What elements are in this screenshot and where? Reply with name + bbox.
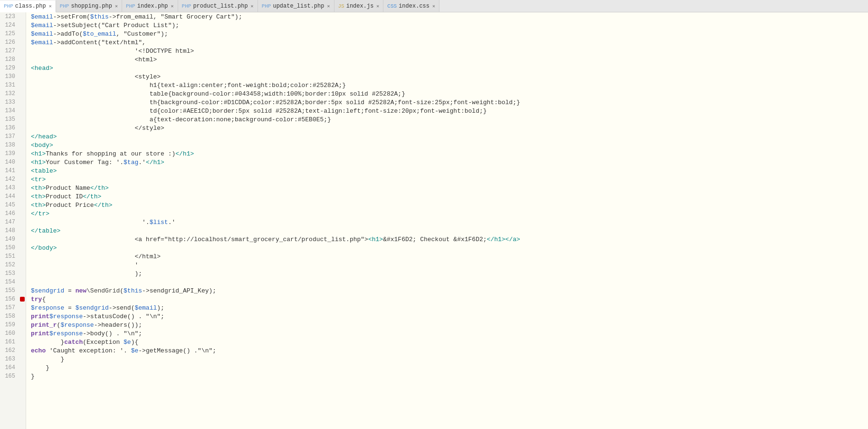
tab-icon: PHP bbox=[262, 3, 271, 9]
gutter-row: 151 bbox=[0, 252, 26, 261]
gutter-row: 162 bbox=[0, 346, 26, 355]
breakpoint-marker bbox=[20, 297, 25, 302]
line-number: 144 bbox=[0, 193, 19, 200]
gutter-row: 145 bbox=[0, 201, 26, 209]
line-number: 125 bbox=[0, 30, 19, 37]
code-area[interactable]: $email->setFrom($this->from_email, "Smar… bbox=[26, 12, 868, 429]
gutter-row: 124 bbox=[0, 21, 26, 29]
gutter-row: 135 bbox=[0, 115, 26, 124]
gutter-row: 128 bbox=[0, 55, 26, 64]
editor-container: 1231241251261271281291301311321331341351… bbox=[0, 12, 868, 429]
line-number: 142 bbox=[0, 176, 19, 183]
tab-class_php[interactable]: PHPclass.php✕ bbox=[0, 0, 56, 12]
line-number: 134 bbox=[0, 107, 19, 114]
tab-close-btn[interactable]: ✕ bbox=[432, 3, 435, 9]
gutter-row: 131 bbox=[0, 81, 26, 89]
gutter-row: 165 bbox=[0, 372, 26, 380]
line-number: 165 bbox=[0, 373, 19, 380]
tab-close-btn[interactable]: ✕ bbox=[115, 3, 118, 9]
line-number: 158 bbox=[0, 313, 19, 320]
gutter-row: 144 bbox=[0, 192, 26, 201]
tab-product_list_php[interactable]: PHPproduct_list.php✕ bbox=[178, 0, 258, 12]
gutter-row: 142 bbox=[0, 175, 26, 184]
tab-icon: PHP bbox=[182, 3, 191, 9]
line-number: 163 bbox=[0, 356, 19, 362]
code-line: <th>Product ID</th> bbox=[26, 192, 868, 201]
gutter-row: 155 bbox=[0, 286, 26, 295]
code-line: <th>Product Price</th> bbox=[26, 201, 868, 209]
line-number: 148 bbox=[0, 227, 19, 234]
line-number: 137 bbox=[0, 133, 19, 140]
gutter-row: 163 bbox=[0, 355, 26, 363]
gutter-row: 148 bbox=[0, 226, 26, 235]
line-number: 157 bbox=[0, 304, 19, 311]
line-number: 128 bbox=[0, 56, 19, 63]
gutter-row: 139 bbox=[0, 149, 26, 158]
code-line: print $response->body() . "\n"; bbox=[26, 329, 868, 338]
line-number: 154 bbox=[0, 279, 19, 285]
tab-icon: CSS bbox=[387, 3, 397, 9]
tab-shopping_php[interactable]: PHPshopping.php✕ bbox=[56, 0, 122, 12]
code-line bbox=[26, 278, 868, 286]
line-number: 150 bbox=[0, 244, 19, 251]
gutter-row: 137 bbox=[0, 132, 26, 141]
code-line: echo 'Caught exception: '. $e->getMessag… bbox=[26, 346, 868, 355]
code-line: </head> bbox=[26, 132, 868, 141]
tab-index_js[interactable]: JSindex.js✕ bbox=[334, 0, 384, 12]
line-number: 135 bbox=[0, 116, 19, 123]
breakpoint-col bbox=[19, 297, 26, 302]
tab-label: index.php bbox=[137, 3, 168, 10]
code-line: ' bbox=[26, 261, 868, 269]
tab-index_css[interactable]: CSSindex.css✕ bbox=[383, 0, 439, 12]
line-number: 164 bbox=[0, 364, 19, 371]
line-number: 136 bbox=[0, 125, 19, 131]
gutter-row: 134 bbox=[0, 107, 26, 115]
tab-close-btn[interactable]: ✕ bbox=[49, 3, 52, 9]
code-line: print $response->statusCode() . "\n"; bbox=[26, 312, 868, 321]
tab-label: class.php bbox=[15, 3, 46, 10]
line-number: 132 bbox=[0, 90, 19, 97]
line-number: 143 bbox=[0, 185, 19, 191]
line-number: 151 bbox=[0, 253, 19, 260]
tab-label: shopping.php bbox=[71, 3, 112, 10]
line-number: 161 bbox=[0, 339, 19, 345]
code-line: '<!DOCTYPE html> bbox=[26, 47, 868, 55]
gutter-row: 123 bbox=[0, 12, 26, 21]
gutter-row: 140 bbox=[0, 158, 26, 166]
code-line: $response = $sendgrid->send($email); bbox=[26, 303, 868, 312]
code-line: <h1>Thanks for shopping at our store :)<… bbox=[26, 149, 868, 158]
code-line: } bbox=[26, 355, 868, 363]
line-number: 139 bbox=[0, 150, 19, 157]
tab-icon: JS bbox=[338, 3, 344, 9]
tab-index_php[interactable]: PHPindex.php✕ bbox=[122, 0, 178, 12]
line-number: 127 bbox=[0, 48, 19, 54]
line-number: 146 bbox=[0, 210, 19, 217]
code-line: h1{text-align:center;font-weight:bold;co… bbox=[26, 81, 868, 89]
line-number: 130 bbox=[0, 73, 19, 80]
gutter-row: 159 bbox=[0, 321, 26, 329]
line-number: 133 bbox=[0, 99, 19, 106]
tab-close-btn[interactable]: ✕ bbox=[251, 3, 254, 9]
gutter-row: 143 bbox=[0, 184, 26, 192]
code-line: <a href="http://localhost/smart_grocery_… bbox=[26, 235, 868, 244]
tab-close-btn[interactable]: ✕ bbox=[171, 3, 174, 9]
tab-close-btn[interactable]: ✕ bbox=[376, 3, 379, 9]
line-number: 155 bbox=[0, 287, 19, 294]
gutter-row: 157 bbox=[0, 303, 26, 312]
line-number: 152 bbox=[0, 262, 19, 268]
gutter-row: 141 bbox=[0, 166, 26, 175]
line-number: 131 bbox=[0, 82, 19, 88]
gutter-row: 153 bbox=[0, 269, 26, 278]
code-line: </html> bbox=[26, 252, 868, 261]
code-line: }catch(Exception $e){ bbox=[26, 338, 868, 346]
gutter-row: 152 bbox=[0, 261, 26, 269]
tab-close-btn[interactable]: ✕ bbox=[327, 3, 330, 9]
tab-label: index.css bbox=[399, 3, 429, 10]
line-number: 162 bbox=[0, 347, 19, 354]
code-line: $email->setFrom($this->from_email, "Smar… bbox=[26, 12, 868, 21]
code-line: $email->addContent("text/html", bbox=[26, 38, 868, 47]
gutter-row: 154 bbox=[0, 278, 26, 286]
line-number: 129 bbox=[0, 65, 19, 71]
code-line: </table> bbox=[26, 226, 868, 235]
tab-update_list_php[interactable]: PHPupdate_list.php✕ bbox=[258, 0, 334, 12]
